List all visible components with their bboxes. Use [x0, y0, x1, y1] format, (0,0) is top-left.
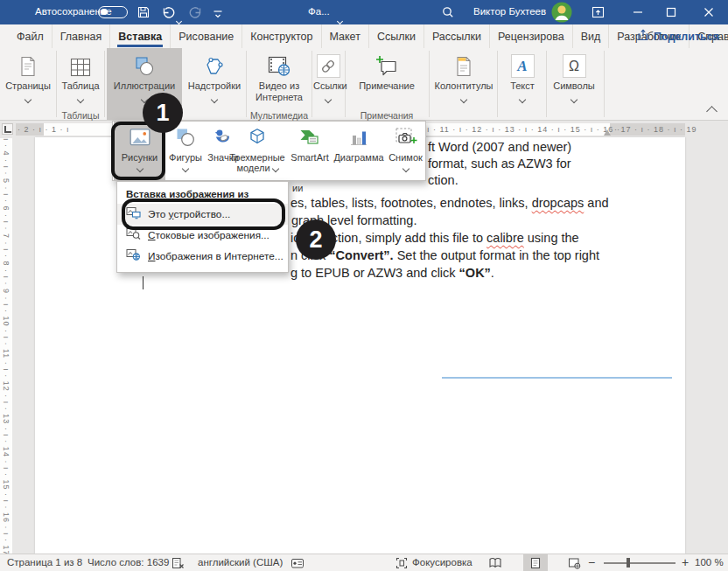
- callout-step-1: 1: [143, 93, 183, 133]
- tab-layout[interactable]: Макет: [321, 24, 368, 48]
- tab-mailings[interactable]: Рассылки: [424, 24, 489, 48]
- links-button[interactable]: Ссылки: [313, 50, 343, 118]
- proofing-errors-icon[interactable]: [172, 557, 185, 571]
- menu-item-3d-models[interactable]: Трехмерныемодели: [228, 122, 286, 180]
- table-button[interactable]: Таблица: [58, 50, 103, 118]
- close-button[interactable]: [691, 0, 726, 24]
- group-separator: [546, 51, 547, 117]
- link-icon: [317, 54, 340, 78]
- group-label-tables: Таблицы: [58, 110, 103, 121]
- symbols-button[interactable]: Ω Символы: [550, 50, 598, 118]
- avatar[interactable]: [551, 2, 572, 26]
- comment-button[interactable]: Примечание: [348, 50, 425, 118]
- group-separator: [312, 51, 312, 117]
- text-cursor: [143, 276, 144, 289]
- group-separator: [104, 51, 105, 117]
- document-area: · 2 · ı · 1 · ı ı · 11 · ı · 12 · ı · 13…: [0, 121, 728, 554]
- share-button[interactable]: Поделиться: [637, 24, 719, 48]
- chart-icon: [333, 125, 384, 150]
- doc-text-line: ft Word (2007 and newer): [428, 140, 571, 154]
- tab-file[interactable]: Файл: [9, 24, 52, 48]
- callout-step-2: 2: [296, 219, 336, 260]
- toggle-knob: [101, 9, 108, 16]
- pages-button[interactable]: Страницы: [2, 50, 54, 118]
- group-separator: [604, 51, 605, 117]
- user-name[interactable]: Виктор Бухтеев: [473, 6, 546, 17]
- group-label-multimedia: Мультимедиа: [248, 110, 310, 121]
- menu-item-smartart[interactable]: SmartArt: [288, 122, 332, 180]
- menu-item-screenshot[interactable]: Снимок: [386, 122, 425, 180]
- comment-icon: [348, 50, 425, 78]
- page-indicator[interactable]: Страница 1 из 8: [7, 557, 82, 568]
- doc-text-line: g to EPUB or AZW3 and click “OK”.: [290, 266, 494, 280]
- online-video-icon: [248, 50, 310, 78]
- omega-icon: Ω: [563, 54, 586, 78]
- zoom-level[interactable]: 100 %: [695, 557, 724, 568]
- right-indent-marker[interactable]: [604, 129, 611, 136]
- focus-icon: [396, 557, 408, 571]
- ribbon-tab-row: Файл Главная Вставка Рисование Конструкт…: [0, 24, 728, 48]
- maximize-button[interactable]: [654, 0, 689, 24]
- group-separator: [497, 51, 498, 117]
- focus-mode-button[interactable]: Фокусировка: [412, 557, 472, 568]
- tab-design[interactable]: Конструктор: [242, 24, 320, 48]
- doc-text-line: es, tables, lists, footnotes, endnotes, …: [290, 196, 609, 210]
- pages-icon: [2, 50, 54, 78]
- doc-text-fragment: ии: [292, 183, 303, 193]
- online-pictures-icon: [126, 248, 141, 264]
- vertical-ruler: ı · 4 · ı · 5 · ı · 6 · ı · 7 · ı · 8 · …: [0, 138, 12, 556]
- addins-icon: [186, 50, 243, 78]
- zoom-slider-thumb[interactable]: [626, 558, 630, 568]
- document-name[interactable]: Фа...: [308, 6, 330, 17]
- tab-insert[interactable]: Вставка: [109, 24, 170, 48]
- tab-view[interactable]: Вид: [572, 24, 609, 48]
- screenshot-icon: [386, 125, 425, 150]
- read-mode-button[interactable]: [483, 554, 508, 571]
- ribbon-display-options-icon[interactable]: [592, 6, 605, 22]
- tab-draw[interactable]: Рисование: [170, 24, 242, 48]
- group-separator: [246, 51, 247, 117]
- text-button[interactable]: A Текст: [500, 50, 544, 118]
- language-indicator[interactable]: английский (США): [198, 557, 283, 568]
- redo-icon: [189, 5, 203, 23]
- group-label-comments: Примечания: [348, 110, 425, 121]
- tab-review[interactable]: Рецензирова: [489, 24, 572, 48]
- autosave-toggle[interactable]: [98, 6, 128, 18]
- doc-text-line: n click “Convert”. Set the output format…: [290, 248, 599, 262]
- table-icon: [58, 50, 103, 78]
- title-bar: Автосохранение Фа... Виктор Бухтеев: [0, 0, 728, 24]
- ribbon: Страницы Таблица Иллюстрации Надстройки: [0, 48, 728, 121]
- zoom-in-button[interactable]: +: [682, 555, 689, 569]
- undo-icon[interactable]: [161, 5, 175, 23]
- group-separator: [429, 51, 430, 117]
- zoom-slider-track[interactable]: [604, 562, 676, 564]
- print-layout-button[interactable]: [523, 554, 548, 571]
- text-icon: A: [511, 54, 535, 78]
- tab-selector[interactable]: [2, 123, 13, 135]
- web-layout-button[interactable]: [562, 554, 586, 571]
- share-icon: [637, 29, 649, 44]
- addins-button[interactable]: Надстройки: [186, 50, 243, 118]
- illustrations-icon: [107, 50, 182, 78]
- header-footer-button[interactable]: Колонтитулы: [432, 50, 495, 118]
- save-icon[interactable]: [136, 5, 150, 23]
- horizontal-rule-blue: [442, 377, 672, 379]
- word-window: Автосохранение Фа... Виктор Бухтеев: [0, 0, 728, 571]
- minimize-button[interactable]: [620, 0, 655, 24]
- online-video-button[interactable]: Видео изИнтернета: [248, 50, 310, 118]
- collapse-ribbon-icon[interactable]: [706, 106, 718, 117]
- customize-quick-access-icon[interactable]: [213, 7, 223, 23]
- zoom-out-button[interactable]: −: [588, 555, 595, 569]
- search-icon[interactable]: [441, 5, 455, 23]
- highlight-outline-this-device: [122, 198, 285, 230]
- group-separator: [56, 51, 57, 117]
- doc-text-line: format, such as AZW3 for: [428, 157, 571, 171]
- macro-record-icon[interactable]: [290, 557, 304, 571]
- doc-text-line: ction.: [428, 173, 458, 187]
- word-count[interactable]: Число слов: 1639: [88, 557, 169, 568]
- smartart-icon: [288, 125, 332, 150]
- menu-item-chart[interactable]: Диаграмма: [333, 122, 384, 180]
- menu-item-online-pictures[interactable]: Изображения в Интернете...: [117, 246, 288, 267]
- tab-references[interactable]: Ссылки: [368, 24, 424, 48]
- tab-home[interactable]: Главная: [52, 24, 110, 48]
